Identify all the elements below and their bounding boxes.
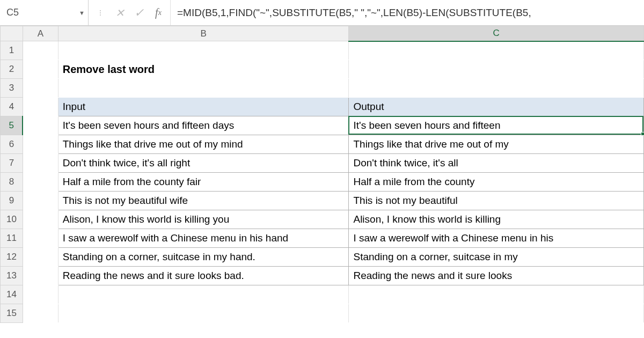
spreadsheet-grid: A B C 1 2 Remove last word 3 4 Input Out… [0,26,644,323]
row-header[interactable]: 9 [1,192,23,210]
cell-output[interactable]: I saw a werewolf with a Chinese menu in … [349,229,644,248]
cell-input[interactable]: Alison, I know this world is killing you [58,210,349,229]
row-header[interactable]: 3 [1,79,23,98]
cancel-icon[interactable]: ✕ [110,0,129,25]
cell[interactable] [23,248,58,267]
confirm-icon[interactable]: ✓ [129,0,149,25]
row-header[interactable]: 2 [1,60,23,79]
cell-input[interactable]: Half a mile from the county fair [58,173,349,192]
cell[interactable] [349,285,644,304]
row-header[interactable]: 14 [1,285,23,304]
cell[interactable] [23,98,58,116]
cell[interactable] [23,60,58,79]
cell-output[interactable]: This is not my beautiful [349,192,644,210]
row-header[interactable]: 13 [1,267,23,285]
chevron-down-icon[interactable]: ▼ [79,10,85,16]
row-header[interactable]: 8 [1,173,23,192]
cell[interactable] [349,79,644,98]
col-header-b[interactable]: B [58,26,349,41]
cell[interactable] [58,79,349,98]
cell[interactable] [23,267,58,285]
cell-output[interactable]: Don't think twice, it's all [349,154,644,173]
cell[interactable] [23,41,58,60]
cell-input[interactable]: Reading the news and it sure looks bad. [58,267,349,285]
cell[interactable] [23,285,58,304]
col-header-a[interactable]: A [23,26,58,41]
cell[interactable] [23,79,58,98]
row-header[interactable]: 12 [1,248,23,267]
row-header[interactable]: 7 [1,154,23,173]
cell-input[interactable]: This is not my beautiful wife [58,192,349,210]
cell[interactable] [349,60,644,79]
cell[interactable] [349,304,644,323]
row-header[interactable]: 4 [1,98,23,116]
cell-input[interactable]: I saw a werewolf with a Chinese menu in … [58,229,349,248]
row-header[interactable]: 5 [1,116,23,135]
cell-output[interactable]: Reading the news and it sure looks [349,267,644,285]
row-header[interactable]: 15 [1,304,23,323]
formula-input[interactable]: =MID(B5,1,FIND("~",SUBSTITUTE(B5," ","~"… [170,0,644,25]
title-cell[interactable]: Remove last word [58,60,349,79]
cell-input[interactable]: Standing on a corner, suitcase in my han… [58,248,349,267]
cell[interactable] [23,135,58,154]
cell[interactable] [23,173,58,192]
grid-table: A B C 1 2 Remove last word 3 4 Input Out… [0,26,644,323]
cell[interactable] [23,229,58,248]
cell-output-selected[interactable]: It's been seven hours and fifteen [349,116,644,135]
cell-input[interactable]: Don't think twice, it's all right [58,154,349,173]
name-box-value: C5 [6,7,19,18]
formula-bar: C5 ▼ ✕ ✓ fx =MID(B5,1,FIND("~",SUBSTITUT… [0,0,644,26]
cell[interactable] [23,304,58,323]
cell-output[interactable]: Half a mile from the county [349,173,644,192]
cell[interactable] [23,210,58,229]
row-header[interactable]: 10 [1,210,23,229]
expand-icon[interactable] [91,0,110,25]
fx-icon[interactable]: fx [149,0,168,25]
cell[interactable] [23,192,58,210]
name-box[interactable]: C5 ▼ [0,0,89,25]
cell[interactable] [58,304,349,323]
cell[interactable] [58,285,349,304]
table-header-output[interactable]: Output [349,98,644,116]
cell-output[interactable]: Standing on a corner, suitcase in my [349,248,644,267]
cell[interactable] [23,116,58,135]
row-header[interactable]: 1 [1,41,23,60]
cell-input[interactable]: It's been seven hours and fifteen days [58,116,349,135]
col-header-c[interactable]: C [349,26,644,41]
cell-input[interactable]: Things like that drive me out of my mind [58,135,349,154]
cell[interactable] [58,41,349,60]
formula-bar-buttons: ✕ ✓ fx [89,0,170,25]
row-header[interactable]: 11 [1,229,23,248]
cell-output[interactable]: Things like that drive me out of my [349,135,644,154]
table-header-input[interactable]: Input [58,98,349,116]
cell[interactable] [349,41,644,60]
formula-text: =MID(B5,1,FIND("~",SUBSTITUTE(B5," ","~"… [177,7,531,19]
row-header[interactable]: 6 [1,135,23,154]
cell-output[interactable]: Alison, I know this world is killing [349,210,644,229]
select-all-corner[interactable] [1,26,23,41]
cell[interactable] [23,154,58,173]
